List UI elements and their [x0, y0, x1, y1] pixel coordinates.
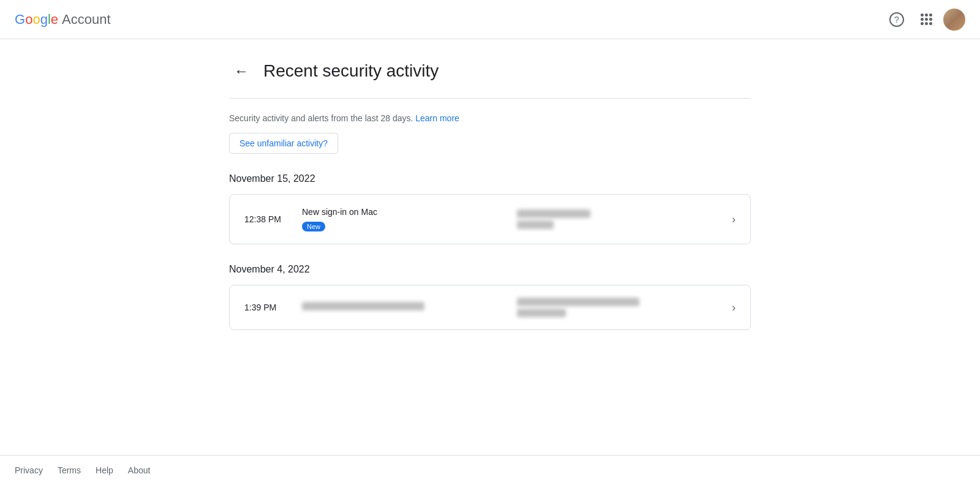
back-button[interactable]: ←: [229, 59, 254, 83]
help-icon: ?: [889, 12, 904, 27]
activity-time-1: 12:38 PM: [244, 214, 287, 224]
google-logo-text: Google: [15, 12, 58, 28]
unfamiliar-activity-button[interactable]: See unfamiliar activity?: [229, 133, 338, 154]
activity-card-2[interactable]: 1:39 PM ›: [229, 285, 751, 330]
activity-info-2: [302, 302, 502, 313]
new-badge-1: New: [302, 222, 325, 231]
header-divider: [229, 98, 751, 99]
activity-card-1[interactable]: 12:38 PM New sign-in on Mac New ›: [229, 194, 751, 244]
subtitle-text: Security activity and alerts from the la…: [229, 113, 751, 123]
google-account-logo[interactable]: Google Account: [15, 12, 111, 28]
activity-meta-detail-1a: [517, 209, 590, 218]
footer-link-privacy[interactable]: Privacy: [15, 465, 43, 475]
footer-link-about[interactable]: About: [128, 465, 151, 475]
back-arrow-icon: ←: [234, 62, 249, 80]
learn-more-link[interactable]: Learn more: [415, 113, 459, 123]
activity-meta-detail-1b: [517, 220, 554, 229]
main-content: ← Recent security activity Security acti…: [0, 39, 980, 455]
chevron-icon-2: ›: [732, 301, 736, 314]
google-apps-button[interactable]: [914, 7, 938, 32]
help-button[interactable]: ?: [884, 7, 909, 32]
chevron-icon-1: ›: [732, 213, 736, 226]
activity-info-1: New sign-in on Mac New: [302, 207, 502, 231]
header-actions: ?: [884, 7, 965, 32]
page-title: Recent security activity: [263, 61, 439, 81]
page-footer: PrivacyTermsHelpAbout: [0, 455, 980, 485]
page-header: ← Recent security activity: [229, 59, 751, 83]
activity-time-2: 1:39 PM: [244, 303, 287, 312]
activity-meta-detail-2a: [517, 298, 639, 306]
activity-meta-2: [517, 298, 717, 317]
activity-meta-1: [517, 209, 717, 229]
footer-link-help[interactable]: Help: [96, 465, 113, 475]
user-avatar[interactable]: [943, 9, 965, 31]
date-label-2: November 4, 2022: [229, 264, 751, 275]
date-label-1: November 15, 2022: [229, 173, 751, 184]
activity-title-blurred-2: [302, 302, 424, 310]
grid-icon: [921, 13, 932, 25]
app-header: Google Account ?: [0, 0, 980, 39]
footer-link-terms[interactable]: Terms: [58, 465, 81, 475]
activity-meta-detail-2b: [517, 309, 566, 317]
activity-title-1: New sign-in on Mac: [302, 207, 502, 217]
account-label: Account: [62, 12, 111, 28]
